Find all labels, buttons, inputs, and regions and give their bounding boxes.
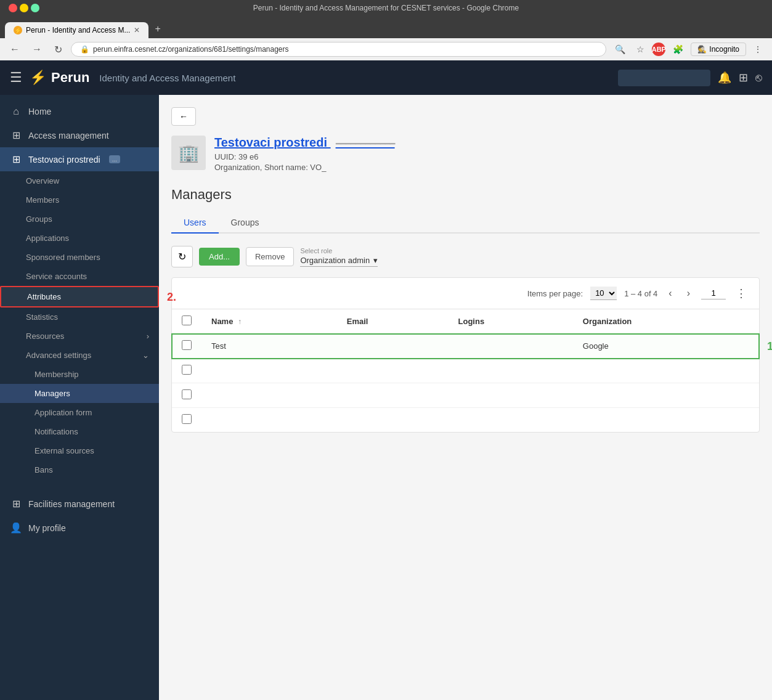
notifications-btn[interactable]: 🔔	[718, 71, 731, 84]
reload-btn[interactable]: ↻	[51, 43, 66, 57]
sidebar-sub-applications[interactable]: Applications	[0, 229, 159, 248]
new-tab-btn[interactable]: +	[148, 20, 166, 38]
sidebar-sub-bans[interactable]: Bans	[0, 460, 159, 479]
annotation-2: 2.	[167, 290, 176, 303]
sidebar-sub-notifications[interactable]: Notifications	[0, 422, 159, 441]
row3-checkbox[interactable]	[182, 389, 192, 399]
vo-name[interactable]: Testovaci prostredi ━━━━━━━━━━━━	[214, 136, 395, 150]
app-header: ☰ ⚡ Perun Identity and Access Management…	[0, 60, 772, 95]
row1-name: Test	[201, 334, 337, 359]
sponsored-members-label: Sponsored members	[26, 253, 100, 262]
refresh-icon: ↻	[178, 251, 186, 262]
menu-btn[interactable]: ⋮	[750, 42, 766, 57]
back-nav-btn[interactable]: ←	[6, 43, 23, 56]
title-bar: Perun - Identity and Access Management f…	[0, 0, 772, 16]
sidebar-item-home[interactable]: ⌂ Home	[0, 100, 159, 123]
tab-users[interactable]: Users	[171, 213, 219, 234]
vo-org: Organization, Short name: VO_	[214, 163, 395, 172]
sidebar-sub-attributes[interactable]: Attributes	[0, 286, 159, 307]
sidebar-sub-sponsored-members[interactable]: Sponsored members	[0, 248, 159, 267]
forward-nav-btn[interactable]: →	[28, 43, 46, 56]
address-bar[interactable]: 🔒 perun.einfra.cesnet.cz/organizations/6…	[71, 42, 606, 57]
sidebar: ⌂ Home ⊞ Access management ⊞ Testovaci p…	[0, 95, 159, 700]
managers-table: Name ↑ Email Logins Organi	[172, 309, 759, 432]
items-per-page-select[interactable]: 10	[590, 287, 617, 300]
page-input[interactable]	[701, 287, 726, 299]
add-button[interactable]: Add...	[199, 248, 240, 266]
sidebar-sub-resources[interactable]: Resources ›	[0, 327, 159, 346]
tab-close-btn[interactable]: ✕	[134, 26, 140, 35]
row4-checkbox[interactable]	[182, 414, 192, 424]
sidebar-sub-members[interactable]: Members	[0, 190, 159, 210]
sidebar-item-access-management[interactable]: ⊞ Access management	[0, 123, 159, 147]
prev-page-btn[interactable]: ‹	[665, 287, 675, 300]
testovaci-icon: ⊞	[10, 153, 22, 165]
row1-checkbox[interactable]	[182, 340, 192, 350]
active-tab[interactable]: ⚡ Perun - Identity and Access M... ✕	[5, 22, 148, 38]
tab-label: Perun - Identity and Access M...	[26, 26, 130, 35]
col-name[interactable]: Name ↑	[201, 309, 337, 334]
header-search-input[interactable]	[618, 70, 710, 86]
sidebar-item-facilities[interactable]: ⊞ Facilities management	[0, 492, 159, 516]
remove-button[interactable]: Remove	[246, 247, 294, 266]
back-button[interactable]: ←	[171, 107, 196, 126]
sidebar-sub-advanced-settings[interactable]: Advanced settings ⌄	[0, 346, 159, 365]
browser-tabs: ⚡ Perun - Identity and Access M... ✕ +	[5, 20, 767, 38]
table-row	[172, 408, 759, 433]
home-icon: ⌂	[10, 106, 22, 117]
resources-expand-icon: ›	[147, 332, 149, 341]
sidebar-sub-service-accounts[interactable]: Service accounts	[0, 267, 159, 286]
browser-chrome: ⚡ Perun - Identity and Access M... ✕ +	[0, 16, 772, 38]
col-logins: Logins	[449, 309, 573, 334]
bookmark-btn[interactable]: ☆	[633, 42, 648, 57]
sidebar-sub-application-form[interactable]: Application form	[0, 403, 159, 422]
role-select[interactable]: Organization admin ▾	[300, 256, 378, 267]
managers-toolbar: ↻ Add... Remove Select role Organization…	[171, 246, 760, 267]
groups-label: Groups	[26, 214, 52, 224]
tab-groups[interactable]: Groups	[219, 213, 272, 234]
sidebar-sub-external-sources[interactable]: External sources	[0, 441, 159, 460]
row3-name	[201, 383, 337, 408]
sidebar-item-testovaci[interactable]: ⊞ Testovaci prostredi ...	[0, 147, 159, 171]
extensions-btn[interactable]: 🧩	[669, 42, 687, 57]
row2-logins	[449, 359, 573, 383]
sidebar-home-label: Home	[28, 107, 51, 116]
row3-logins	[449, 383, 573, 408]
row4-org	[573, 408, 759, 433]
sidebar-sub-overview[interactable]: Overview	[0, 171, 159, 190]
vo-header: 🏢 Testovaci prostredi ━━━━━━━━━━━━ UUID:…	[171, 136, 760, 172]
sidebar-sub-groups[interactable]: Groups	[0, 210, 159, 229]
role-value: Organization admin	[300, 256, 370, 265]
logo-icon: ⚡	[30, 70, 46, 86]
window-close[interactable]	[9, 4, 17, 12]
vo-name-suffix: ━━━━━━━━━━━━	[336, 139, 395, 149]
next-page-btn[interactable]: ›	[683, 287, 694, 300]
window-minimize[interactable]	[20, 4, 28, 12]
apps-grid-btn[interactable]: ⊞	[739, 71, 748, 84]
external-sources-label: External sources	[35, 446, 94, 455]
sidebar-sub-membership[interactable]: Membership	[0, 365, 159, 384]
abp-icon[interactable]: ABP	[652, 43, 665, 56]
app-logo: ⚡ Perun	[30, 70, 89, 86]
sidebar-testovaci-label: Testovaci prostredi	[28, 155, 100, 165]
application-form-label: Application form	[35, 408, 92, 417]
sidebar-sub-managers[interactable]: Managers	[0, 384, 159, 403]
window-maximize[interactable]	[31, 4, 39, 12]
sidebar-sub-statistics[interactable]: Statistics	[0, 307, 159, 327]
refresh-button[interactable]: ↻	[171, 246, 193, 267]
row2-org	[573, 359, 759, 383]
attributes-label: Attributes	[27, 292, 61, 301]
row2-checkbox[interactable]	[182, 365, 192, 375]
table-body: Test Google 1.	[172, 334, 759, 433]
select-all-checkbox[interactable]	[182, 315, 192, 325]
table-more-options[interactable]: ⋮	[733, 285, 749, 301]
pagination-info: 1 – 4 of 4	[624, 289, 657, 298]
sidebar-item-my-profile[interactable]: 👤 My profile	[0, 516, 159, 540]
row1-email	[337, 334, 449, 359]
incognito-indicator: 🕵 Incognito	[691, 43, 746, 56]
col-email: Email	[337, 309, 449, 334]
logout-btn[interactable]: ⎋	[755, 71, 762, 84]
back-arrow-icon: ←	[179, 112, 188, 121]
search-btn[interactable]: 🔍	[611, 42, 629, 57]
hamburger-menu-btn[interactable]: ☰	[10, 70, 22, 86]
